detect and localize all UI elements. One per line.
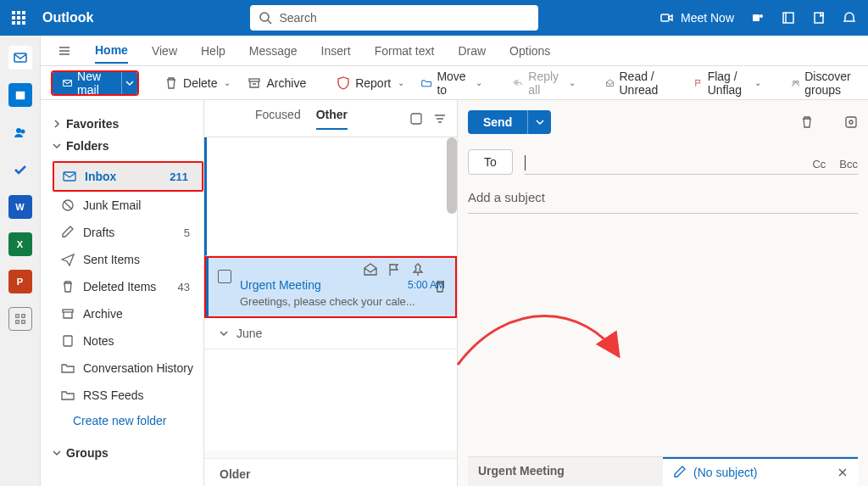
discover-groups-button[interactable]: Discover groups — [787, 66, 861, 100]
reply-all-button[interactable]: Reply all⌄ — [508, 66, 581, 100]
close-tab-button[interactable] — [837, 467, 848, 478]
month-group-june[interactable]: June — [204, 318, 457, 349]
rss-label: RSS Feeds — [83, 388, 144, 402]
flag-unflag-button[interactable]: Flag / Unflag⌄ — [689, 66, 765, 100]
folder-rss[interactable]: RSS Feeds — [53, 382, 203, 409]
app-launcher-icon[interactable] — [12, 11, 25, 25]
rail-powerpoint[interactable]: P — [8, 270, 32, 293]
folder-inbox[interactable]: Inbox 211 — [54, 163, 202, 190]
sent-icon — [61, 253, 75, 266]
title-bar: Outlook Search Meet Now — [0, 0, 868, 36]
create-new-folder-button[interactable]: Create new folder — [53, 414, 203, 427]
junk-icon — [61, 198, 75, 212]
folder-sent[interactable]: Sent Items — [53, 246, 203, 273]
filter-icon[interactable] — [433, 112, 447, 126]
archive-icon — [248, 76, 261, 90]
folders-section[interactable]: Folders — [53, 139, 203, 153]
delete-email-button[interactable] — [433, 280, 447, 293]
delete-label: Delete — [183, 76, 217, 90]
compose-toolbar: Send — [468, 110, 858, 134]
email-checkbox[interactable] — [218, 270, 231, 283]
tab-message[interactable]: Message — [249, 39, 298, 63]
to-input[interactable]: Cc Bcc — [525, 149, 858, 175]
move-to-button[interactable]: Move to⌄ — [416, 66, 487, 100]
tab-options[interactable]: Options — [509, 39, 550, 63]
to-button[interactable]: To — [468, 149, 513, 175]
tab-insert[interactable]: Insert — [321, 39, 351, 63]
rail-mail[interactable] — [8, 46, 32, 70]
svg-rect-8 — [14, 53, 26, 62]
rail-people[interactable] — [8, 120, 32, 144]
new-mail-dropdown[interactable] — [121, 72, 137, 94]
popout-icon[interactable] — [844, 115, 858, 129]
people-icon — [14, 126, 27, 139]
deleted-count: 43 — [178, 281, 190, 293]
tab-help[interactable]: Help — [201, 39, 225, 63]
tab-format-text[interactable]: Format text — [375, 39, 435, 63]
select-all-icon[interactable] — [409, 112, 423, 126]
rail-calendar[interactable] — [8, 83, 32, 107]
footer-tab-urgent-meeting[interactable]: Urgent Meeting — [468, 457, 663, 486]
tab-draw[interactable]: Draw — [458, 39, 486, 63]
meet-now-button[interactable]: Meet Now — [660, 11, 734, 25]
rail-word[interactable]: W — [8, 195, 32, 219]
svg-rect-15 — [21, 321, 25, 324]
rail-more-apps[interactable] — [8, 307, 32, 331]
footer-tab-no-subject[interactable]: (No subject) — [663, 457, 858, 486]
flag-icon — [694, 76, 702, 90]
read-unread-button[interactable]: Read / Unread — [601, 66, 669, 100]
pivot-focused[interactable]: Focused — [255, 108, 301, 130]
trash-icon — [433, 280, 447, 293]
archive-button[interactable]: Archive — [242, 73, 311, 93]
inbox-icon — [63, 170, 76, 183]
email-item-urgent-meeting[interactable]: Urgent Meeting 5:00 AM Greetings, please… — [204, 256, 457, 318]
flag-icon[interactable] — [387, 263, 401, 277]
scrollbar-thumb[interactable] — [447, 137, 457, 214]
onenote-icon[interactable] — [782, 11, 795, 25]
folder-drafts[interactable]: Drafts 5 — [53, 219, 203, 246]
older-group[interactable]: Older — [204, 458, 457, 486]
tab-home[interactable]: Home — [95, 38, 128, 64]
groups-section[interactable]: Groups — [53, 446, 203, 460]
folder-junk[interactable]: Junk Email — [53, 192, 203, 219]
subject-input[interactable]: Add a subject — [468, 190, 858, 214]
hamburger-icon[interactable] — [58, 44, 71, 58]
favorites-section[interactable]: Favorites — [53, 117, 203, 131]
mark-read-icon[interactable] — [364, 263, 377, 277]
cc-button[interactable]: Cc — [812, 158, 826, 170]
send-dropdown[interactable] — [527, 110, 551, 134]
delete-button[interactable]: Delete⌄ — [159, 73, 236, 93]
reply-all-label: Reply all — [528, 70, 562, 97]
tab-view[interactable]: View — [152, 39, 177, 63]
rail-excel[interactable]: X — [8, 232, 32, 256]
send-button[interactable]: Send — [468, 110, 527, 134]
svg-rect-7 — [815, 13, 823, 23]
archive-folder-label: Archive — [83, 307, 123, 321]
edit-icon — [673, 466, 687, 479]
rail-todo[interactable] — [8, 158, 32, 182]
pin-icon[interactable] — [411, 263, 425, 277]
to-row: To Cc Bcc — [468, 149, 858, 175]
search-input[interactable]: Search — [250, 5, 538, 31]
close-icon — [837, 467, 848, 478]
quick-actions — [364, 263, 425, 277]
folder-conversation-history[interactable]: Conversation History — [53, 355, 203, 382]
archive-icon — [61, 307, 75, 321]
content-area: Favorites Folders Inbox 211 Junk Email D… — [41, 100, 868, 486]
compose-pane: Send To Cc Bcc Add a subject — [458, 100, 868, 486]
discover-groups-label: Discover groups — [804, 70, 856, 97]
app-rail: W X P — [0, 36, 41, 486]
folder-deleted[interactable]: Deleted Items 43 — [53, 273, 203, 300]
new-mail-button[interactable]: New mail — [53, 72, 121, 94]
reminder-icon[interactable] — [843, 11, 856, 25]
discard-icon[interactable] — [800, 115, 814, 129]
report-button[interactable]: Report⌄ — [331, 73, 409, 93]
pivot-other[interactable]: Other — [316, 108, 348, 130]
folder-notes[interactable]: Notes — [53, 327, 203, 355]
bcc-button[interactable]: Bcc — [839, 158, 858, 170]
notes-icon[interactable] — [812, 11, 826, 25]
folder-archive[interactable]: Archive — [53, 300, 203, 327]
svg-rect-19 — [64, 80, 72, 86]
teams-icon[interactable] — [751, 11, 765, 25]
new-mail-label: New mail — [77, 70, 111, 97]
